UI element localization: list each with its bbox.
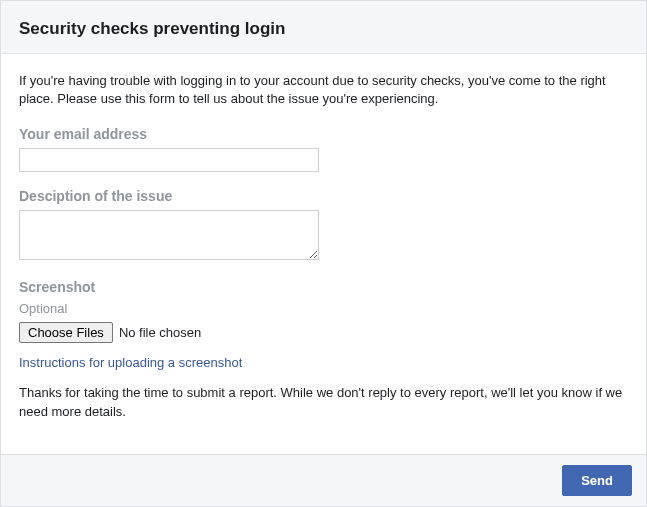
screenshot-label: Screenshot bbox=[19, 279, 628, 295]
email-label: Your email address bbox=[19, 126, 628, 142]
card-body: If you're having trouble with logging in… bbox=[1, 54, 646, 454]
description-label: Desciption of the issue bbox=[19, 188, 628, 204]
thanks-text: Thanks for taking the time to submit a r… bbox=[19, 384, 628, 420]
screenshot-sublabel: Optional bbox=[19, 301, 628, 316]
description-field[interactable] bbox=[19, 210, 319, 260]
file-row: Choose Files No file chosen bbox=[19, 322, 628, 343]
card-footer: Send bbox=[1, 454, 646, 506]
intro-text: If you're having trouble with logging in… bbox=[19, 72, 628, 108]
page-title: Security checks preventing login bbox=[19, 19, 628, 39]
card-header: Security checks preventing login bbox=[1, 1, 646, 54]
send-button[interactable]: Send bbox=[562, 465, 632, 496]
choose-files-button[interactable]: Choose Files bbox=[19, 322, 113, 343]
form-card: Security checks preventing login If you'… bbox=[0, 0, 647, 507]
email-field[interactable] bbox=[19, 148, 319, 172]
instructions-link[interactable]: Instructions for uploading a screenshot bbox=[19, 355, 242, 370]
file-status: No file chosen bbox=[119, 325, 201, 340]
